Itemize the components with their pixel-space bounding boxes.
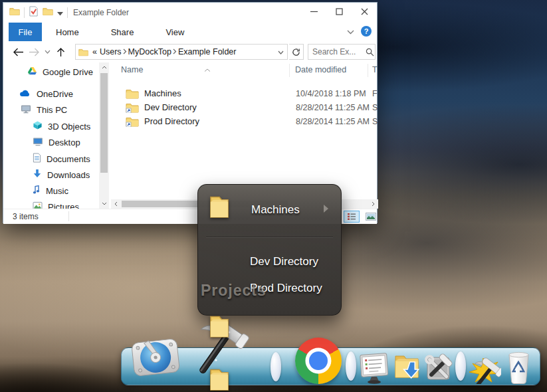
qat-customize-caret-icon[interactable]	[57, 7, 63, 19]
address-bar[interactable]: « Users MyDockTop Example Folder	[75, 44, 288, 60]
file-row-machines[interactable]: Machines 10/4/2018 1:18 PM F	[111, 86, 378, 100]
thumbnail-view-button[interactable]	[363, 211, 379, 223]
address-folder-icon	[78, 48, 88, 56]
item-count: 3 items	[13, 212, 39, 221]
back-button[interactable]	[10, 44, 26, 60]
column-header-date-modified[interactable]: Date modified	[295, 65, 346, 74]
navigation-toolbar: « Users MyDockTop Example Folder	[3, 41, 377, 62]
scroll-right-icon[interactable]	[368, 199, 378, 209]
maximize-button[interactable]	[326, 3, 352, 20]
sidebar-item-documents[interactable]: Documents	[33, 152, 90, 165]
divider	[68, 211, 69, 221]
window-controls	[301, 3, 377, 20]
google-drive-icon	[27, 66, 37, 78]
music-note-icon	[33, 185, 41, 197]
document-icon	[33, 153, 41, 165]
properties-check-icon[interactable]	[29, 6, 39, 19]
desktop: Example Folder File Home Share View ?	[0, 0, 547, 392]
recent-locations-chevron-icon[interactable]	[42, 44, 53, 60]
download-arrow-icon	[33, 169, 42, 181]
popup-divider	[206, 237, 333, 238]
scrollbar-thumb[interactable]	[100, 73, 108, 173]
scroll-left-icon[interactable]	[111, 199, 121, 209]
chrome-icon[interactable]	[295, 338, 342, 384]
file-row-prod-directory[interactable]: Prod Directory 8/28/2014 11:25 AM S	[111, 114, 378, 128]
dock-separator	[455, 351, 466, 381]
tab-home[interactable]: Home	[46, 23, 89, 41]
dock-separator	[346, 351, 356, 381]
monitor-document-icon[interactable]	[360, 353, 389, 387]
folder-icon	[209, 367, 230, 391]
column-header-type[interactable]: T	[372, 65, 378, 74]
sidebar-item-desktop[interactable]: Desktop	[33, 136, 80, 149]
search-input[interactable]	[308, 47, 366, 57]
onedrive-cloud-icon	[19, 89, 31, 99]
breadcrumb-mydocktop[interactable]: MyDockTop	[127, 47, 173, 56]
quick-access-toolbar	[3, 6, 68, 19]
tab-share[interactable]: Share	[101, 23, 144, 41]
recycle-bin-icon[interactable]	[505, 351, 532, 387]
hard-drive-icon[interactable]	[130, 334, 181, 383]
new-folder-icon[interactable]	[43, 7, 53, 19]
dock-bar	[121, 347, 540, 385]
details-view-button[interactable]	[344, 211, 360, 223]
folder-icon	[209, 195, 230, 219]
stack-ghost-label: Projects	[201, 282, 267, 300]
search-box	[308, 44, 376, 60]
address-dropdown-chevron-icon[interactable]	[278, 47, 287, 56]
tab-view[interactable]: View	[156, 23, 194, 41]
sidebar-item-google-drive[interactable]: Google Drive	[27, 65, 106, 78]
navigation-pane: Google Drive OneDrive This PC 3D Objects	[3, 62, 110, 209]
scroll-down-icon[interactable]	[99, 199, 109, 209]
close-button[interactable]	[352, 3, 377, 20]
sort-caret-icon[interactable]	[204, 62, 211, 74]
minimize-button[interactable]	[301, 3, 326, 20]
forward-button[interactable]	[26, 44, 42, 60]
pictures-icon	[33, 201, 43, 209]
folder-shortcut-icon	[126, 102, 139, 113]
dock-stack-popup: Projects Machines Dev Directory Prod Dir…	[197, 184, 342, 316]
sidebar-scrollbar[interactable]	[99, 62, 109, 209]
column-divider[interactable]	[368, 64, 368, 77]
title-bar: Example Folder	[3, 3, 377, 23]
scroll-up-icon[interactable]	[99, 62, 109, 72]
sidebar-item-music[interactable]: Music	[33, 184, 68, 197]
submenu-arrow-icon	[323, 204, 329, 216]
column-divider[interactable]	[289, 64, 290, 77]
ribbon-collapse-chevron-icon[interactable]	[347, 25, 354, 37]
up-button[interactable]	[53, 44, 68, 60]
sidebar-item-3d-objects[interactable]: 3D Objects	[33, 120, 90, 133]
popup-item-dev-directory[interactable]: Dev Directory	[198, 248, 341, 275]
this-pc-icon	[21, 104, 31, 116]
help-icon[interactable]: ?	[361, 26, 372, 37]
file-row-dev-directory[interactable]: Dev Directory 8/28/2014 11:25 AM S	[111, 100, 378, 114]
folder-icon	[126, 88, 139, 99]
sidebar-item-onedrive[interactable]: OneDrive	[19, 87, 73, 100]
cube-icon	[33, 120, 43, 132]
window-title: Example Folder	[73, 8, 129, 17]
breadcrumb-users[interactable]: Users	[98, 47, 123, 56]
divider	[67, 7, 68, 18]
divider	[24, 7, 25, 18]
breadcrumb-overflow[interactable]: «	[91, 47, 98, 56]
folder-shortcut-icon	[126, 116, 139, 127]
dock-separator	[271, 352, 281, 381]
folder-icon	[209, 314, 230, 338]
sidebar-item-pictures[interactable]: Pictures	[33, 200, 79, 209]
column-header-name[interactable]: Name	[121, 65, 143, 74]
ribbon-tabs: File Home Share View	[3, 23, 377, 42]
desktop-icon	[33, 137, 43, 148]
refresh-button[interactable]	[289, 44, 304, 60]
download-folder-icon[interactable]	[393, 353, 421, 385]
search-icon[interactable]	[366, 48, 374, 56]
tab-file[interactable]: File	[9, 23, 42, 41]
sidebar-item-this-pc[interactable]: This PC	[21, 103, 67, 116]
breadcrumb-example-folder[interactable]: Example Folder	[177, 47, 238, 56]
sidebar-item-downloads[interactable]: Downloads	[33, 168, 90, 181]
popup-item-machines[interactable]: Machines	[198, 191, 341, 229]
toolbox-icon[interactable]	[422, 353, 453, 386]
window-folder-icon	[9, 7, 20, 19]
hammer-burst-icon[interactable]	[468, 352, 501, 387]
